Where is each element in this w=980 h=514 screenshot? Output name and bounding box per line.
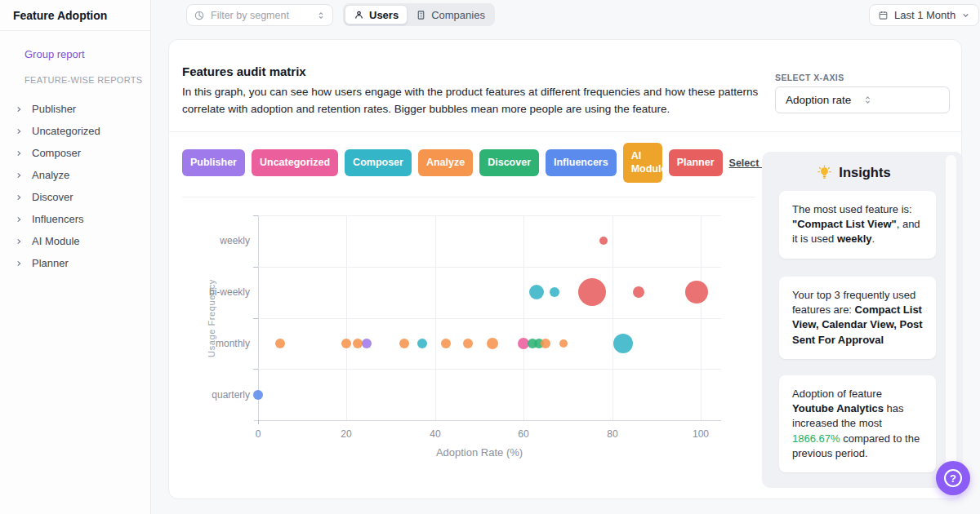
- bubble-composer[interactable]: [417, 339, 427, 348]
- bubble-analyze[interactable]: [541, 339, 550, 348]
- chevron-right-icon: [15, 193, 23, 202]
- bubble-planner[interactable]: [599, 237, 608, 245]
- sidebar-item-analyze[interactable]: Analyze: [0, 164, 151, 186]
- x-tick-label: 60: [518, 428, 528, 440]
- toggle-users-label: Users: [369, 9, 399, 21]
- sidebar-item-influencers[interactable]: Influencers: [0, 208, 151, 230]
- x-tick-label: 100: [693, 428, 709, 440]
- bubble-composer[interactable]: [550, 287, 559, 297]
- sidebar-item-label: Discover: [32, 191, 74, 203]
- y-tick-label: quarterly: [178, 389, 250, 401]
- chevron-right-icon: [15, 149, 23, 157]
- gridline-horizontal: [258, 267, 721, 268]
- bubble-planner[interactable]: [685, 281, 708, 304]
- x-axis-selected-value: Adoption rate: [786, 94, 862, 106]
- insight-text-segment: Youtube Analytics: [792, 402, 884, 414]
- segment-filter-select[interactable]: Filter by segment: [186, 4, 333, 26]
- gridline-vertical: [612, 215, 613, 420]
- chevron-right-icon: [15, 127, 23, 135]
- date-range-value: Last 1 Month: [894, 9, 956, 21]
- chevron-down-icon: [961, 11, 970, 20]
- chevron-updown-icon: [862, 94, 939, 106]
- insight-card: Adoption of feature Youtube Analytics ha…: [779, 375, 936, 472]
- sidebar-item-label: Publisher: [32, 103, 76, 115]
- x-tick-label: 0: [256, 428, 261, 440]
- gridline-vertical: [701, 215, 702, 420]
- bubble-analyze[interactable]: [275, 339, 285, 348]
- audience-toggle: Users Companies: [343, 3, 495, 26]
- pie-chart-icon: [194, 10, 205, 21]
- bubble-planner[interactable]: [578, 278, 606, 306]
- chevron-right-icon: [15, 215, 23, 224]
- toggle-companies-label: Companies: [431, 9, 485, 21]
- y-axis-tick: [253, 215, 258, 216]
- bubble-analyze[interactable]: [487, 338, 498, 349]
- bubble-composer[interactable]: [529, 285, 544, 299]
- sidebar-item-composer[interactable]: Composer: [0, 142, 151, 164]
- bubble-analyze[interactable]: [441, 339, 451, 348]
- sidebar-item-label: Composer: [32, 147, 81, 159]
- sidebar: Feature Adoption Group report FEATURE-WI…: [0, 0, 151, 514]
- x-tick-label: 40: [430, 428, 440, 440]
- app-title: Feature Adoption: [0, 0, 150, 31]
- building-icon: [416, 10, 426, 20]
- bubble-publisher[interactable]: [362, 339, 372, 348]
- bubble-planner[interactable]: [633, 286, 644, 298]
- x-axis-title: Adoption Rate (%): [436, 446, 523, 459]
- toggle-companies-button[interactable]: Companies: [408, 5, 493, 24]
- select-x-axis-label: SELECT X-AXIS: [775, 73, 844, 82]
- help-button[interactable]: ?: [936, 461, 970, 495]
- sidebar-item-label: AI Module: [32, 235, 80, 247]
- gridline-vertical: [346, 215, 347, 420]
- sidebar-item-ai-module[interactable]: AI Module: [0, 230, 151, 252]
- bubble-analyze[interactable]: [399, 339, 409, 348]
- user-icon: [354, 10, 364, 20]
- x-tick-label: 20: [341, 428, 351, 440]
- insights-scrollbar[interactable]: [946, 155, 956, 485]
- gridline-vertical: [435, 215, 436, 420]
- y-tick-label: monthly: [178, 338, 250, 349]
- chevron-right-icon: [15, 237, 23, 246]
- chevron-updown-icon: [316, 10, 326, 21]
- calendar-icon: [878, 10, 889, 20]
- chevron-right-icon: [15, 259, 23, 268]
- insight-text-segment: The most used feature is:: [792, 203, 912, 215]
- y-axis-tick: [253, 369, 258, 370]
- toggle-users-button[interactable]: Users: [345, 5, 408, 24]
- insight-card: The most used feature is: "Compact List …: [779, 191, 936, 259]
- y-tick-label: weekly: [178, 235, 250, 246]
- insight-text-segment: .: [872, 233, 875, 245]
- sidebar-item-discover[interactable]: Discover: [0, 186, 151, 208]
- sidebar-item-publisher[interactable]: Publisher: [0, 98, 151, 120]
- y-tick-label: bi-weekly: [178, 286, 250, 298]
- sidebar-item-group-report[interactable]: Group report: [24, 48, 85, 60]
- insight-card: Your top 3 frequently used features are:…: [779, 277, 936, 359]
- features-audit-card: Features audit matrix In this graph, you…: [168, 39, 962, 499]
- insight-text-segment: "Compact List View": [792, 218, 897, 230]
- sidebar-item-label: Influencers: [32, 213, 84, 225]
- sidebar-section-label: FEATURE-WISE REPORTS: [24, 75, 142, 85]
- y-axis-tick: [253, 267, 258, 268]
- segment-filter-placeholder: Filter by segment: [211, 10, 310, 21]
- bubble-influencers[interactable]: [253, 390, 263, 400]
- insights-title: Insights: [839, 165, 890, 180]
- gridline-horizontal: [258, 215, 721, 216]
- gridline-horizontal: [258, 369, 721, 370]
- bubble-analyze[interactable]: [341, 339, 351, 348]
- sidebar-item-planner[interactable]: Planner: [0, 252, 151, 274]
- insights-panel: Insights The most used feature is: "Comp…: [762, 152, 963, 488]
- insight-text-segment: weekly: [837, 233, 872, 245]
- sidebar-item-label: Uncategorized: [32, 125, 100, 137]
- lightbulb-icon: [817, 165, 832, 180]
- bubble-composer[interactable]: [613, 334, 633, 353]
- y-axis-tick: [253, 318, 258, 319]
- bubble-analyze[interactable]: [463, 339, 473, 348]
- sidebar-item-uncategorized[interactable]: Uncategorized: [0, 120, 151, 142]
- gridline-vertical: [523, 215, 524, 420]
- date-range-select[interactable]: Last 1 Month: [869, 4, 979, 26]
- bubble-analyze[interactable]: [559, 339, 568, 348]
- bubble-chart: Usage Frequency Adoption Rate (%) weekly…: [169, 40, 765, 500]
- x-axis-select[interactable]: Adoption rate: [775, 86, 950, 113]
- x-axis-line: [254, 420, 721, 421]
- chevron-right-icon: [15, 105, 23, 113]
